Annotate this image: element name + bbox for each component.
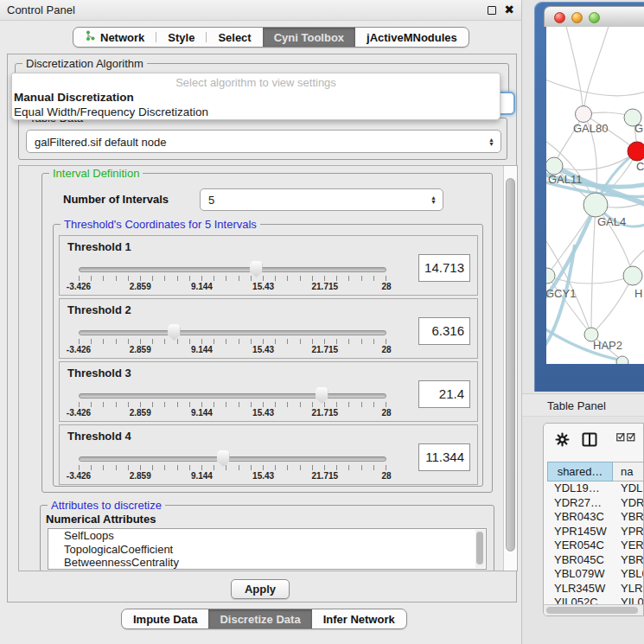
node-label-partial-g: G (634, 122, 643, 135)
thresholds-coordinates-label: Threshold's Coordinates for 5 Intervals (61, 218, 260, 231)
list-scrollbar-thumb[interactable] (476, 532, 483, 564)
tick-label: 15.43 (252, 282, 274, 291)
thresholds-coordinates-group: Threshold's Coordinates for 5 Intervals … (53, 224, 483, 487)
node-red-selected[interactable] (628, 142, 644, 161)
tick-label: 28 (381, 282, 391, 291)
tab-cyni-toolbox-label: Cyni Toolbox (274, 31, 344, 44)
threshold-4-value-field[interactable]: 11.344 (418, 443, 470, 471)
node-label-gal11: GAL11 (548, 173, 583, 186)
attributes-to-discretize-label: Attributes to discretize (48, 499, 165, 512)
node-bottom-partial[interactable] (616, 356, 628, 364)
table-horizontal-scrollbar (544, 604, 643, 615)
tick-label: 15.43 (252, 408, 274, 418)
threshold-3-value-field[interactable]: 21.4 (418, 380, 470, 408)
split-columns-icon[interactable] (582, 432, 597, 450)
threshold-3-slider-track[interactable] (79, 393, 386, 399)
network-icon (85, 30, 95, 44)
table-row[interactable]: YBR045CYBR0 (547, 553, 643, 568)
tab-select-label: Select (218, 31, 251, 44)
dropdown-option-manual-discretization[interactable]: Manual Discretization (12, 90, 500, 105)
table-row[interactable]: YER054CYER0 (547, 539, 643, 553)
table-row[interactable]: YLR345WYLR3 (547, 582, 643, 596)
cyni-toolbox-panel: Discretization Algorithm Select algorith… (7, 54, 517, 603)
network-window-titlebar[interactable] (544, 6, 644, 27)
zoom-traffic-light-icon[interactable] (589, 12, 600, 23)
node-gcy1[interactable] (546, 268, 555, 284)
network-canvas[interactable]: GAL80 G C GAL11 GAL4 GCY1 H HAP2 (546, 27, 644, 364)
apply-button[interactable]: Apply (231, 579, 290, 599)
table-panel-titlebar: Table Panel (522, 393, 644, 417)
slider-ticks (79, 339, 386, 344)
threshold-4-label: Threshold 4 (67, 430, 131, 443)
tab-infer-network-label: Infer Network (323, 613, 395, 626)
tick-label: -3.426 (67, 408, 91, 418)
threshold-2-value-field[interactable]: 6.316 (418, 317, 470, 345)
tab-network-label: Network (100, 31, 144, 44)
tick-label: 2.859 (130, 408, 151, 418)
node-gal11[interactable] (546, 157, 563, 175)
tab-cyni-toolbox[interactable]: Cyni Toolbox (263, 28, 355, 47)
tick-label: 21.715 (312, 282, 339, 291)
list-scrollbar (475, 530, 485, 568)
node-label-gcy1: GCY1 (546, 287, 576, 300)
list-item-topologicalcoefficient[interactable]: TopologicalCoefficient (48, 543, 486, 557)
threshold-2-panel: Threshold 2 -3.426 2.859 9.144 15.43 21.… (59, 298, 478, 359)
table-data-combobox[interactable]: galFiltered.sif default node ▲▼ (26, 130, 501, 153)
dropdown-option-equal-width-frequency[interactable]: Equal Width/Frequency Discretization (12, 105, 500, 119)
tab-infer-network[interactable]: Infer Network (312, 609, 406, 628)
table-header-row: shared… na (547, 462, 643, 481)
column-header-shared-name[interactable]: shared… (547, 462, 613, 481)
tab-select[interactable]: Select (207, 28, 262, 47)
tab-jactivemnodules[interactable]: jActiveMNodules (355, 28, 469, 47)
tick-label: 9.144 (191, 345, 213, 354)
table-row[interactable]: YDR27…YDR2 (547, 496, 643, 511)
threshold-1-panel: Threshold 1 -3.426 2.859 9.144 15.43 21.… (59, 235, 478, 296)
node-label-gal80: GAL80 (573, 122, 608, 135)
cell-shared-name: YDL19… (547, 481, 613, 496)
tick-label: 15.43 (252, 345, 274, 354)
table-row[interactable]: YBR043CYBR0 (547, 510, 643, 525)
cell-shared-name: YBR043C (547, 510, 613, 525)
number-of-intervals-label: Number of Intervals (63, 193, 169, 206)
tick-label: -3.426 (67, 282, 91, 291)
tab-impute-data-label: Impute Data (133, 613, 197, 626)
tab-discretize-data[interactable]: Discretize Data (208, 609, 311, 628)
node-gal4[interactable] (583, 193, 608, 217)
table-row[interactable]: YDL19…YDL1 (547, 481, 643, 496)
tab-impute-data[interactable]: Impute Data (122, 609, 208, 628)
cell-name: YER0 (613, 539, 643, 553)
threshold-4-slider-track[interactable] (79, 456, 386, 462)
close-icon[interactable]: ✖ (504, 3, 514, 16)
cell-name: YBL0 (613, 567, 643, 582)
tick-label: 2.859 (130, 345, 151, 354)
tab-jactivemnodules-label: jActiveMNodules (367, 31, 457, 44)
threshold-1-slider-track[interactable] (79, 267, 386, 272)
close-traffic-light-icon[interactable] (554, 12, 565, 23)
network-view-window: GAL80 G C GAL11 GAL4 GCY1 H HAP2 (534, 2, 644, 392)
table-panel-title: Table Panel (547, 399, 606, 412)
table-horizontal-scrollbar-thumb[interactable] (546, 607, 638, 614)
tick-label: -3.426 (67, 345, 91, 354)
interval-definition-group: Interval Definition Number of Intervals … (41, 173, 493, 493)
list-item-betweennesscentrality[interactable]: BetweennessCentrality (48, 556, 486, 570)
select-columns-icon[interactable] (616, 432, 635, 442)
minimize-traffic-light-icon[interactable] (571, 12, 583, 23)
table-row[interactable]: YBL079WYBL0 (547, 567, 643, 582)
column-header-name[interactable]: na (613, 462, 643, 481)
float-window-icon[interactable] (488, 6, 496, 15)
settings-scrollbar-thumb[interactable] (506, 178, 515, 552)
node-gal80[interactable] (576, 106, 592, 123)
slider-tick-labels: -3.426 2.859 9.144 15.43 21.715 28 (79, 282, 386, 292)
tab-style-label: Style (168, 31, 194, 44)
threshold-1-value-field[interactable]: 14.713 (418, 254, 470, 282)
tick-label: 28 (381, 471, 391, 481)
node-h[interactable] (623, 266, 642, 285)
number-of-intervals-combobox[interactable]: 5 ▲▼ (200, 188, 443, 211)
gear-icon[interactable] (555, 432, 570, 450)
list-item-selfloops[interactable]: SelfLoops (48, 529, 486, 543)
tab-network[interactable]: Network (73, 28, 156, 47)
tab-style[interactable]: Style (156, 28, 206, 47)
control-panel-window: Control Panel ✖ Network Style Select Cyn… (0, 0, 522, 644)
threshold-2-slider-track[interactable] (79, 330, 386, 335)
table-row[interactable]: YPR145WYPR1 (547, 525, 643, 539)
